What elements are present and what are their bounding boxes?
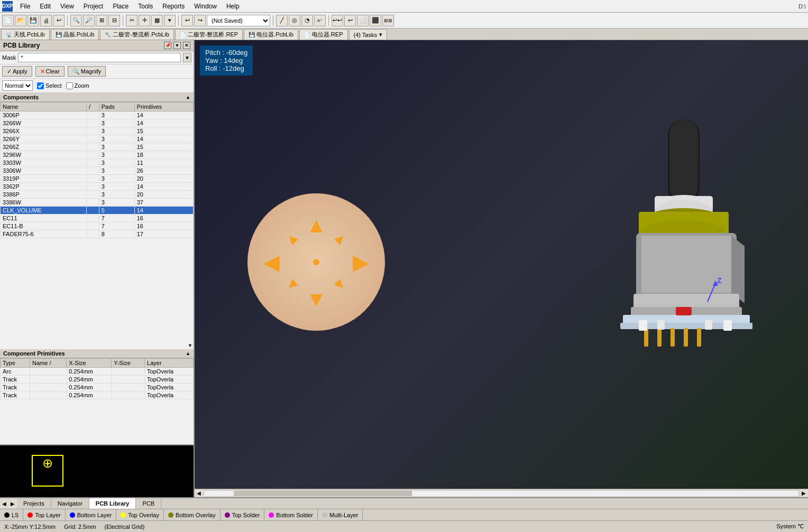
primitives-table-scroll[interactable]: Type Name / X-Size Y-Size Layer Arc 0.25… bbox=[0, 358, 194, 444]
mask-dropdown[interactable]: ▼ bbox=[183, 53, 191, 62]
undo-hist-button[interactable]: ↩ bbox=[53, 15, 65, 26]
menu-place[interactable]: Place bbox=[108, 2, 133, 11]
hscroll-track[interactable] bbox=[204, 491, 798, 496]
arc-button[interactable]: ◔ bbox=[301, 15, 313, 26]
normal-select[interactable]: Normal bbox=[2, 80, 33, 91]
layer-topsolder[interactable]: Top Solder bbox=[221, 509, 265, 520]
table-row[interactable]: EC11-B 7 16 bbox=[1, 222, 194, 230]
cross-button[interactable]: ✛ bbox=[139, 15, 150, 26]
mask-input[interactable] bbox=[18, 53, 181, 62]
tb-extra3[interactable]: ⊞⊞ bbox=[382, 15, 394, 26]
magnify-button[interactable]: 🔍 Magnify bbox=[68, 66, 106, 77]
table-row[interactable]: 3303W 3 11 bbox=[1, 159, 194, 167]
prim-col-name[interactable]: Name / bbox=[30, 359, 67, 368]
tab-navigator[interactable]: Navigator bbox=[51, 498, 89, 509]
table-row[interactable]: 3306W 3 26 bbox=[1, 167, 194, 175]
prim-scroll-up[interactable]: ▲ bbox=[186, 351, 190, 356]
menu-help[interactable]: Help bbox=[222, 2, 244, 11]
table-row[interactable]: 3266Z 3 15 bbox=[1, 143, 194, 151]
prim-col-xsize[interactable]: X-Size bbox=[67, 359, 112, 368]
zoom-checkbox[interactable] bbox=[66, 82, 73, 89]
zoom-out-button[interactable]: 🔎 bbox=[83, 15, 95, 26]
col-pads[interactable]: Pads bbox=[99, 102, 134, 111]
layer-ls[interactable]: LS bbox=[0, 509, 23, 520]
menu-file[interactable]: File bbox=[16, 2, 34, 11]
scroll-right-btn[interactable]: ▶ bbox=[800, 489, 808, 497]
grid-button[interactable]: ▦ bbox=[151, 15, 163, 26]
nav-left-arrow[interactable]: ◀ bbox=[263, 251, 280, 273]
table-row[interactable]: Track 0.254mm TopOverla bbox=[1, 384, 194, 391]
table-row[interactable]: Arc 0.254mm TopOverla bbox=[1, 368, 194, 376]
menu-tools[interactable]: Tools bbox=[134, 2, 157, 11]
table-row[interactable]: 3266X 3 15 bbox=[1, 127, 194, 135]
prim-col-ysize[interactable]: Y-Size bbox=[112, 359, 145, 368]
menu-window[interactable]: Window bbox=[190, 2, 221, 11]
menu-reports[interactable]: Reports bbox=[158, 2, 189, 11]
select-checkbox-label[interactable]: Select bbox=[37, 82, 62, 89]
apply-button[interactable]: ✓ Apply bbox=[2, 66, 32, 77]
tb-extra1[interactable]: ⬜ bbox=[357, 15, 369, 26]
menu-panel-button[interactable]: ▼ bbox=[173, 42, 181, 49]
scroll-up-btn[interactable]: ▲ bbox=[186, 95, 190, 100]
tabs-scroll-right[interactable]: ▶ bbox=[8, 498, 17, 509]
table-row[interactable]: 3266Y 3 14 bbox=[1, 135, 194, 143]
pin-button[interactable]: 📌 bbox=[164, 42, 171, 49]
navigation-circle[interactable]: ▲ ▼ ◀ ▶ ▲ ▲ ▲ ▲ bbox=[247, 193, 385, 331]
tab-pcb[interactable]: PCB bbox=[136, 498, 161, 509]
redo-button[interactable]: ↪ bbox=[194, 15, 206, 26]
tab-diodepcblib[interactable]: 🔧 二极管-整流桥.PcbLib bbox=[100, 29, 173, 40]
print-button[interactable]: 🖨 bbox=[40, 15, 52, 26]
table-row[interactable]: 3319P 3 20 bbox=[1, 175, 194, 183]
menu-view[interactable]: View bbox=[56, 2, 78, 11]
prim-col-type[interactable]: Type bbox=[1, 359, 30, 368]
open-button[interactable]: 📂 bbox=[15, 15, 26, 26]
tab-tasks[interactable]: (4) Tasks ▾ bbox=[349, 29, 387, 40]
layer-multilayer[interactable]: Multi-Layer bbox=[318, 509, 363, 520]
layer-bottomlayer[interactable]: Bottom Layer bbox=[66, 509, 116, 520]
nav-ur-arrow[interactable]: ▲ bbox=[329, 228, 352, 250]
nav-ul-arrow[interactable]: ▲ bbox=[281, 228, 303, 250]
undo-button[interactable]: ↩ bbox=[181, 15, 193, 26]
table-row[interactable]: 3296W 3 18 bbox=[1, 151, 194, 159]
table-row[interactable]: 3386W 3 37 bbox=[1, 199, 194, 207]
cut-button[interactable]: ✂ bbox=[126, 15, 137, 26]
table-row[interactable]: Track 0.254mm TopOverla bbox=[1, 376, 194, 384]
new-button[interactable]: 📄 bbox=[2, 15, 14, 26]
menu-project[interactable]: Project bbox=[79, 2, 107, 11]
scroll-down-btn[interactable]: ▼ bbox=[0, 342, 194, 349]
layer-topoverlay[interactable]: Top Overlay bbox=[116, 509, 164, 520]
zoom-fit-button[interactable]: ⊞ bbox=[96, 15, 107, 26]
canvas-area[interactable]: Pitch : -60deg Yaw : 14deg Roll : -12deg… bbox=[195, 40, 808, 497]
nav-dr-arrow[interactable]: ▲ bbox=[329, 274, 352, 296]
menu-edit[interactable]: Edit bbox=[35, 2, 55, 11]
grid-dropdown[interactable]: ▾ bbox=[164, 15, 176, 26]
scroll-left-btn[interactable]: ◀ bbox=[195, 489, 203, 497]
tab-antennapcblib[interactable]: 📡 天线.PcbLib bbox=[1, 29, 50, 40]
nav-down-arrow[interactable]: ▼ bbox=[306, 288, 327, 310]
tabs-scroll-left[interactable]: ◀ bbox=[0, 498, 8, 509]
layer-bottomoverlay[interactable]: Bottom Overlay bbox=[164, 509, 221, 520]
col-name[interactable]: Name bbox=[1, 102, 87, 111]
nav-right-arrow[interactable]: ▶ bbox=[353, 251, 369, 273]
hscroll-thumb[interactable] bbox=[234, 491, 412, 496]
undo3-button[interactable]: ↩ bbox=[344, 15, 356, 26]
tab-pcblibrary[interactable]: PCB Library bbox=[89, 498, 136, 509]
components-table-scroll[interactable]: Name / Pads Primitives 3006P 3 14 3266W … bbox=[0, 102, 194, 342]
layer-toplayer[interactable]: Top Layer bbox=[23, 509, 65, 520]
circle-button[interactable]: ◎ bbox=[289, 15, 300, 26]
table-row[interactable]: 3362P 3 14 bbox=[1, 183, 194, 191]
table-row[interactable]: CLK_VOLUME 5 14 bbox=[1, 207, 194, 214]
undo2-button[interactable]: ↩↩ bbox=[332, 15, 343, 26]
notsaved-dropdown[interactable]: (Not Saved) bbox=[207, 15, 270, 26]
tab-potpcblib[interactable]: 💾 电位器.PcbLib bbox=[244, 29, 298, 40]
line-button[interactable]: ╱ bbox=[276, 15, 288, 26]
table-row[interactable]: 3386P 3 20 bbox=[1, 191, 194, 199]
table-row[interactable]: 3266W 3 14 bbox=[1, 119, 194, 127]
table-row[interactable]: 3006P 3 14 bbox=[1, 111, 194, 119]
nav-dl-arrow[interactable]: ▲ bbox=[281, 274, 303, 296]
table-row[interactable]: Track 0.254mm TopOverla bbox=[1, 391, 194, 399]
clear-button[interactable]: ✕ Clear bbox=[35, 66, 65, 77]
tab-crystalpcblib[interactable]: 💾 晶振.PcbLib bbox=[51, 29, 99, 40]
tb-extra2[interactable]: ⬛ bbox=[370, 15, 381, 26]
table-row[interactable]: FADER75-6 8 17 bbox=[1, 230, 194, 238]
